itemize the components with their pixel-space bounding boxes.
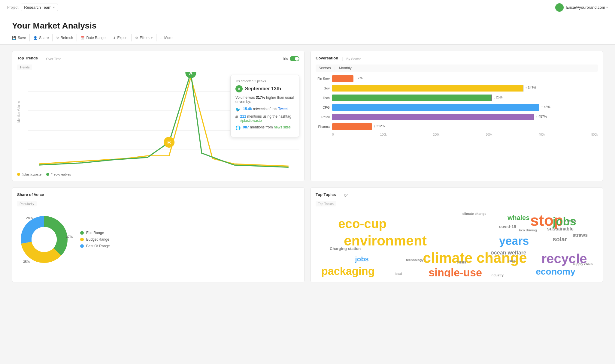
sov-header: Share of Voice	[17, 192, 299, 198]
share-button[interactable]: 👤 Share	[30, 34, 53, 41]
word-cloud-word[interactable]: crisis	[457, 260, 466, 264]
more-icon: ···	[160, 36, 163, 40]
donut-svg	[17, 212, 71, 266]
sov-legend-label: Budget Range	[86, 237, 109, 242]
word-cloud-word[interactable]: single-use	[429, 266, 482, 278]
bar	[332, 75, 353, 82]
bar-change: ↑ 45%	[541, 105, 550, 109]
sov-legend: Eco Range Budget Range Best Of Range	[80, 231, 110, 248]
bar-row: Retail ↑ 457%	[316, 114, 598, 120]
export-button[interactable]: ⬇ Export	[109, 34, 132, 41]
bar-row: Tech ↓ 25%	[316, 95, 598, 101]
page-header: Your Market Analysis 💾 Save 👤 Share ↻ Re…	[0, 15, 615, 45]
svg-text:B: B	[167, 140, 171, 145]
bar-change: ↑ 347%	[525, 86, 536, 89]
word-cloud-word[interactable]: whales	[507, 214, 529, 222]
y-axis-label: Mention Volume	[17, 101, 20, 123]
word-cloud-word[interactable]: Eco driving	[519, 228, 537, 232]
word-cloud-word[interactable]: technology	[406, 258, 424, 262]
tooltip-peaks-label: Iris detected 2 peaks	[235, 79, 294, 83]
legend-dot-recycleables	[46, 173, 49, 176]
sov-legend-item: Budget Range	[80, 237, 110, 242]
bar-label: Tech	[316, 96, 332, 100]
bar	[332, 95, 492, 101]
word-cloud-word[interactable]: eco-cup	[338, 217, 386, 231]
hashtag-link[interactable]: #plasticwaste	[240, 119, 262, 123]
word-cloud-word[interactable]: economy	[536, 266, 575, 277]
refresh-button[interactable]: ↻ Refresh	[53, 34, 77, 41]
bar-change: ↓ 25%	[493, 95, 503, 99]
word-cloud-word[interactable]: sustainable	[547, 226, 574, 232]
export-icon: ⬇	[113, 36, 116, 40]
trends-chart-container: Mention Volume 125k 100k 75k 50k 25k 0	[17, 72, 299, 170]
iris-toggle[interactable]: iris	[283, 56, 299, 61]
word-cloud-word[interactable]: supply chain	[572, 262, 592, 266]
page-title: Your Market Analysis	[12, 21, 603, 31]
word-cloud-word[interactable]: Charging station	[330, 246, 361, 251]
bar-row: Gov ↑ 347%	[316, 85, 598, 92]
iris-toggle-switch[interactable]	[290, 56, 299, 61]
word-cloud-word[interactable]: climate change	[462, 212, 486, 215]
conversation-panel: Coversation | By Sector Sectors | Monthl…	[311, 51, 603, 181]
sectors-label: Sectors	[319, 66, 331, 70]
panel-title-group: Top Trends | Over Time	[17, 56, 61, 62]
word-cloud-word[interactable]: straws	[572, 233, 588, 238]
sectors-header: Sectors | Monthly	[316, 65, 598, 72]
share-icon: 👤	[33, 36, 38, 40]
donut-chart: 28% 37% 35%	[17, 212, 71, 266]
toolbar: 💾 Save 👤 Share ↻ Refresh 📅 Date Range ⬇ …	[12, 34, 603, 44]
legend-label-recycleables: #recycleables	[51, 173, 71, 176]
word-cloud-word[interactable]: industry	[491, 273, 504, 277]
conversation-subtitle: By Sector	[347, 57, 361, 61]
tooltip-badge: A	[235, 85, 243, 92]
svg-point-23	[32, 227, 57, 252]
bar-row: CPG ↑ 45%	[316, 104, 598, 111]
filters-button[interactable]: ⚙ Filters ▾	[132, 34, 156, 41]
tooltip-pct: 317%	[256, 95, 265, 100]
conversation-title-group: Coversation | By Sector	[316, 56, 361, 62]
word-cloud-word[interactable]: years	[499, 235, 529, 248]
user-menu[interactable]: Erica@yourbrand.com ▾	[566, 5, 608, 10]
bar-label: Retail	[316, 115, 332, 119]
top-topics-header: Top Topics | Q4	[316, 192, 598, 198]
word-cloud-word[interactable]: packaging	[321, 265, 375, 277]
top-trends-header: Top Trends | Over Time iris	[17, 56, 299, 62]
calendar-icon: 📅	[80, 36, 85, 40]
more-button[interactable]: ··· More	[156, 34, 176, 41]
bar-row: Fin Serv ↓ 7%	[316, 75, 598, 82]
date-range-button[interactable]: 📅 Date Range	[77, 34, 109, 41]
word-cloud-word[interactable]: solar	[553, 236, 567, 243]
word-cloud-word[interactable]: ocean welfare	[491, 250, 526, 256]
bar-change: ↓ 212%	[374, 124, 385, 128]
bar-change: ↑ 457%	[536, 115, 547, 118]
chart-legend: #plasticwaste #recycleables	[17, 173, 299, 176]
header: Project Research Team ▾ Erica@yourbrand.…	[0, 0, 615, 15]
twitter-icon: 🐦	[235, 107, 241, 112]
conversation-header: Coversation | By Sector	[316, 56, 598, 62]
project-name: Research Team	[24, 5, 51, 10]
donut-label-28: 28%	[26, 216, 33, 220]
tweet-link[interactable]: Tweet	[278, 107, 288, 111]
word-cloud-word[interactable]: covid-19	[499, 224, 516, 229]
iris-label: iris	[283, 57, 288, 61]
sov-legend-item: Best Of Range	[80, 244, 110, 248]
word-cloud-word[interactable]: jobs	[355, 255, 369, 263]
sov-legend-dot	[80, 231, 84, 235]
bar	[332, 114, 534, 120]
globe-icon: 🌐	[235, 125, 241, 130]
header-right: Erica@yourbrand.com ▾	[555, 3, 608, 12]
top-topics-label: Top Topics	[316, 201, 336, 206]
word-cloud-word[interactable]: travel	[507, 259, 516, 262]
donut-label-37: 37%	[66, 235, 73, 239]
sov-legend-dot	[80, 238, 84, 241]
word-cloud-word[interactable]: local	[395, 272, 402, 275]
hashtag-icon: #	[235, 115, 238, 119]
main-content: Top Trends | Over Time iris Trends Menti…	[0, 45, 615, 288]
news-link[interactable]: news sites	[274, 125, 291, 129]
bar-change: ↓ 7%	[355, 76, 362, 80]
project-dropdown[interactable]: Research Team ▾	[21, 4, 58, 11]
save-button[interactable]: 💾 Save	[12, 34, 30, 41]
bar-label: Pharma	[316, 125, 332, 128]
save-icon: 💾	[12, 36, 16, 40]
sov-legend-label: Eco Range	[86, 231, 104, 235]
